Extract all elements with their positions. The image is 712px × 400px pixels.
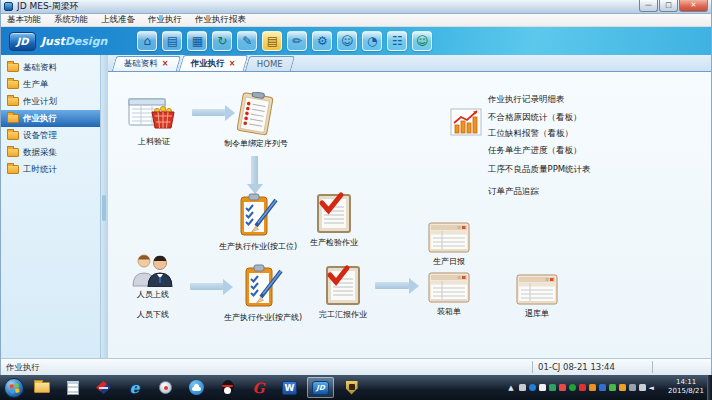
check-document-icon <box>324 263 362 307</box>
g-letter-icon: G <box>253 380 265 396</box>
taskbar-qq-icon[interactable] <box>214 377 241 398</box>
folder-icon <box>7 63 19 72</box>
taskbar-ie-icon[interactable]: e <box>121 377 148 398</box>
toolbar-home-icon[interactable]: ⌂ <box>137 31 157 51</box>
folder-icon <box>7 80 19 89</box>
flow-node-personnel[interactable]: 人员上线 人员下线 <box>113 253 193 320</box>
flow-canvas: 上料验证 <box>108 72 711 358</box>
report-link[interactable]: 工位缺料报警（看板） <box>488 128 591 140</box>
tray-icon[interactable] <box>609 384 616 391</box>
tray-icon[interactable] <box>619 384 626 391</box>
toolbar-user-query-icon[interactable]: ☺ <box>337 31 357 51</box>
check-document-icon <box>315 191 353 235</box>
start-button[interactable] <box>4 378 24 398</box>
toolbar-settings-icon[interactable]: ⚙ <box>312 31 332 51</box>
tray-icon[interactable] <box>569 384 576 391</box>
tab-job-execution[interactable]: 作业执行× <box>178 55 247 71</box>
tray-icon[interactable] <box>589 384 596 391</box>
menu-bar: 基本功能 系统功能 上线准备 作业执行 作业执行报表 <box>1 14 711 27</box>
taskbar-clock[interactable]: 14:11 2015/8/21 <box>668 378 704 396</box>
clock-time: 14:11 <box>668 378 704 387</box>
flow-node-bind-serial[interactable]: 制令单绑定序列号 <box>206 92 306 149</box>
maximize-button[interactable]: □ <box>659 0 678 12</box>
toolbar-schedule-icon[interactable]: ◔ <box>362 31 382 51</box>
taskbar-notepad-icon[interactable] <box>59 377 86 398</box>
close-button[interactable]: ✕ <box>679 0 708 12</box>
sidebar-item-work-hours[interactable]: 工时统计 <box>1 161 100 178</box>
toolbar-edit-icon[interactable]: ✏ <box>287 31 307 51</box>
flow-arrow-right <box>375 282 409 289</box>
taskbar-cloud-icon[interactable] <box>183 377 210 398</box>
sidebar-item-basic-data[interactable]: 基础资料 <box>1 59 100 76</box>
flow-node-inspection[interactable]: 生产检验作业 <box>289 191 379 248</box>
tray-icon[interactable] <box>539 384 546 391</box>
folder-icon <box>7 165 19 174</box>
word-icon: W <box>282 381 297 395</box>
tray-expand-icon[interactable]: ▲ <box>508 384 513 392</box>
sidebar-item-equipment[interactable]: 设备管理 <box>1 127 100 144</box>
taskbar-shield-icon[interactable] <box>338 377 365 398</box>
report-link[interactable]: 订单产品追踪 <box>488 186 591 198</box>
flow-node-material-verify[interactable]: 上料验证 <box>114 96 194 147</box>
tab-close-icon[interactable]: × <box>162 59 169 68</box>
report-link[interactable]: 作业执行记录明细表 <box>488 94 591 106</box>
menu-item-online-prep[interactable]: 上线准备 <box>101 14 135 26</box>
sidebar-item-data-collection[interactable]: 数据采集 <box>1 144 100 161</box>
taskbar-jd-mes-icon[interactable]: JD <box>307 377 334 398</box>
toolbar-workstation-icon[interactable]: ▤ <box>162 31 182 51</box>
flow-node-packing-list[interactable]: 装箱单 <box>409 272 489 317</box>
jd-logo-icon: JD <box>312 381 329 395</box>
tray-icon[interactable] <box>639 384 646 391</box>
menu-item-system[interactable]: 系统功能 <box>54 14 88 26</box>
sidebar-item-job-plan[interactable]: 作业计划 <box>1 93 100 110</box>
tray-icon[interactable] <box>629 384 636 391</box>
taskbar-snipping-icon[interactable] <box>152 377 179 398</box>
flow-node-daily-report[interactable]: 生产日报 <box>409 222 489 267</box>
flow-node-completion-report[interactable]: 完工汇报作业 <box>298 263 388 320</box>
toolbar-display-icon[interactable]: ▦ <box>187 31 207 51</box>
flow-node-label: 装箱单 <box>437 306 461 317</box>
main-area: 基础资料 生产单 作业计划 作业执行 设备管理 数据采集 工时统计 基础资料× … <box>1 55 711 358</box>
report-link[interactable]: 任务单生产进度（看板） <box>488 145 591 157</box>
report-link[interactable]: 工序不良品质量PPM统计表 <box>488 164 591 176</box>
window-title: JD MES-周梁环 <box>17 0 79 13</box>
magnifier-icon <box>159 381 172 394</box>
people-icon <box>129 253 177 287</box>
flow-node-label: 人员下线 <box>137 309 169 320</box>
flow-node-stock-return[interactable]: 退库单 <box>497 274 577 319</box>
volume-icon[interactable]: ◄ <box>649 384 654 392</box>
show-desktop-button[interactable] <box>707 375 712 400</box>
tab-basic-data[interactable]: 基础资料× <box>112 56 181 71</box>
ie-icon: e <box>130 379 140 397</box>
tray-icon[interactable] <box>599 384 606 391</box>
tray-icon[interactable] <box>579 384 586 391</box>
tab-home[interactable]: HOME <box>245 56 295 71</box>
taskbar-sudien-icon[interactable] <box>90 377 117 398</box>
taskbar-explorer-icon[interactable] <box>28 377 55 398</box>
tray-icon[interactable] <box>549 384 556 391</box>
tray-icon[interactable] <box>519 384 526 391</box>
taskbar-word-icon[interactable]: W <box>276 377 303 398</box>
toolbar-refresh-icon[interactable]: ↻ <box>212 31 232 51</box>
report-link[interactable]: 不合格原因统计（看板） <box>488 112 591 124</box>
sidebar-splitter[interactable] <box>101 55 108 358</box>
cloud-icon <box>189 380 204 395</box>
taskbar-downloader-icon[interactable]: G <box>245 377 272 398</box>
shield-icon <box>346 381 358 395</box>
tray-icon[interactable] <box>529 384 536 391</box>
sidebar-item-job-execution[interactable]: 作业执行 <box>1 110 100 127</box>
tray-icon[interactable] <box>559 384 566 391</box>
menu-item-job-exec[interactable]: 作业执行 <box>148 14 182 26</box>
status-module-label: 作业执行 <box>6 362 40 374</box>
toolbar-notebook-icon[interactable]: ✎ <box>237 31 257 51</box>
toolbar-printer-icon[interactable]: ▤ <box>262 31 282 51</box>
toolbar-user-online-icon[interactable]: ☺ <box>412 31 432 51</box>
flow-node-label: 制令单绑定序列号 <box>224 138 288 149</box>
toolbar-org-chart-icon[interactable]: ☷ <box>387 31 407 51</box>
menu-item-basic[interactable]: 基本功能 <box>7 14 41 26</box>
menu-item-job-report[interactable]: 作业执行报表 <box>195 14 246 26</box>
tab-close-icon[interactable]: × <box>229 59 236 68</box>
sidebar-item-production-order[interactable]: 生产单 <box>1 76 100 93</box>
minimize-button[interactable]: — <box>639 0 658 12</box>
exec-clipboard-icon <box>241 264 285 310</box>
